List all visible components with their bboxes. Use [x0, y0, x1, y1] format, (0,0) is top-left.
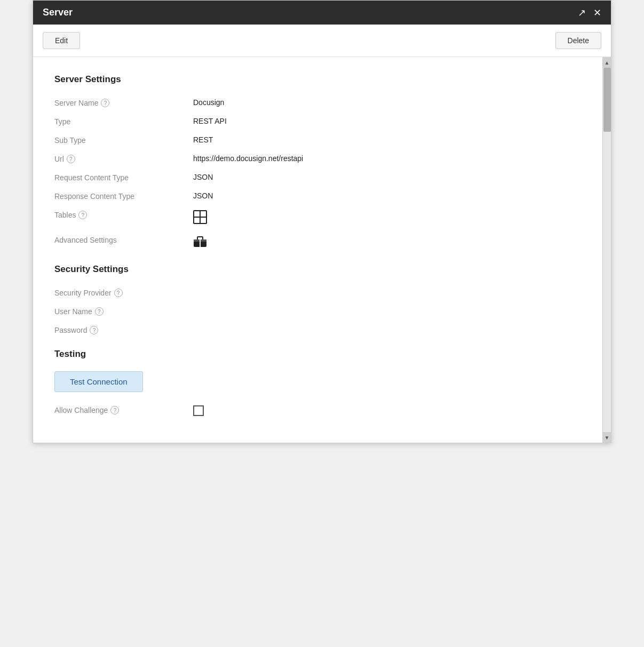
server-settings-title: Server Settings [54, 74, 586, 85]
scroll-thumb[interactable] [603, 68, 611, 132]
scroll-down-arrow[interactable]: ▼ [603, 432, 611, 443]
security-settings-section: Security Settings Security Provider ? Us… [54, 264, 586, 339]
label-tables: Tables ? [54, 210, 193, 219]
testing-title: Testing [54, 349, 586, 360]
field-request-content-type: Request Content Type JSON [54, 168, 586, 187]
field-password: Password ? [54, 321, 586, 339]
value-tables [193, 210, 586, 226]
value-url: https://demo.docusign.net/restapi [193, 154, 586, 163]
value-response-content-type: JSON [193, 191, 586, 200]
value-server-name: Docusign [193, 98, 586, 107]
security-settings-title: Security Settings [54, 264, 586, 275]
testing-section: Testing Test Connection Allow Challenge … [54, 349, 586, 422]
test-connection-button[interactable]: Test Connection [54, 371, 143, 392]
label-request-content-type: Request Content Type [54, 173, 193, 182]
field-allow-challenge: Allow Challenge ? [54, 401, 586, 422]
scroll-track [603, 68, 611, 432]
help-icon-server-name[interactable]: ? [101, 99, 109, 107]
label-response-content-type: Response Content Type [54, 191, 193, 201]
close-icon[interactable]: ✕ [593, 8, 601, 18]
header-icons: ↗ ✕ [578, 8, 601, 18]
help-icon-security-provider[interactable]: ? [114, 289, 123, 297]
label-url: Url ? [54, 154, 193, 163]
table-grid-icon [193, 210, 207, 224]
value-sub-type: REST [193, 135, 586, 144]
label-password: Password ? [54, 325, 193, 334]
help-icon-tables[interactable]: ? [78, 211, 87, 219]
field-server-name: Server Name ? Docusign [54, 93, 586, 112]
field-sub-type: Sub Type REST [54, 131, 586, 149]
label-allow-challenge: Allow Challenge ? [54, 405, 193, 414]
label-type: Type [54, 117, 193, 126]
server-panel: Server ↗ ✕ Edit Delete Server Settings S… [33, 0, 611, 443]
label-security-provider: Security Provider ? [54, 288, 193, 297]
allow-challenge-checkbox[interactable] [193, 405, 204, 416]
field-type: Type REST API [54, 112, 586, 131]
value-allow-challenge [193, 405, 586, 418]
help-icon-password[interactable]: ? [90, 326, 98, 334]
content-area: Server Settings Server Name ? Docusign T… [33, 57, 611, 443]
field-user-name: User Name ? [54, 302, 586, 321]
expand-icon[interactable]: ↗ [578, 8, 586, 18]
help-icon-allow-challenge[interactable]: ? [110, 406, 119, 414]
value-advanced-settings [193, 235, 586, 250]
label-user-name: User Name ? [54, 307, 193, 316]
help-icon-user-name[interactable]: ? [95, 307, 104, 316]
toolbar: Edit Delete [33, 25, 611, 57]
field-advanced-settings: Advanced Settings [54, 230, 586, 254]
panel-header: Server ↗ ✕ [33, 1, 611, 25]
field-response-content-type: Response Content Type JSON [54, 187, 586, 205]
label-sub-type: Sub Type [54, 135, 193, 145]
value-request-content-type: JSON [193, 173, 586, 181]
scrollbar: ▲ ▼ [602, 57, 611, 443]
label-advanced-settings: Advanced Settings [54, 235, 193, 244]
briefcase-icon [193, 235, 207, 248]
field-url: Url ? https://demo.docusign.net/restapi [54, 149, 586, 168]
scroll-up-arrow[interactable]: ▲ [603, 57, 611, 68]
value-type: REST API [193, 117, 586, 125]
edit-button[interactable]: Edit [43, 32, 80, 49]
server-settings-section: Server Settings Server Name ? Docusign T… [54, 74, 586, 254]
field-tables: Tables ? [54, 205, 586, 230]
help-icon-url[interactable]: ? [67, 155, 75, 163]
delete-button[interactable]: Delete [555, 32, 601, 49]
field-security-provider: Security Provider ? [54, 283, 586, 302]
label-server-name: Server Name ? [54, 98, 193, 107]
scrollable-content: Server Settings Server Name ? Docusign T… [33, 57, 602, 443]
panel-title: Server [43, 7, 73, 18]
